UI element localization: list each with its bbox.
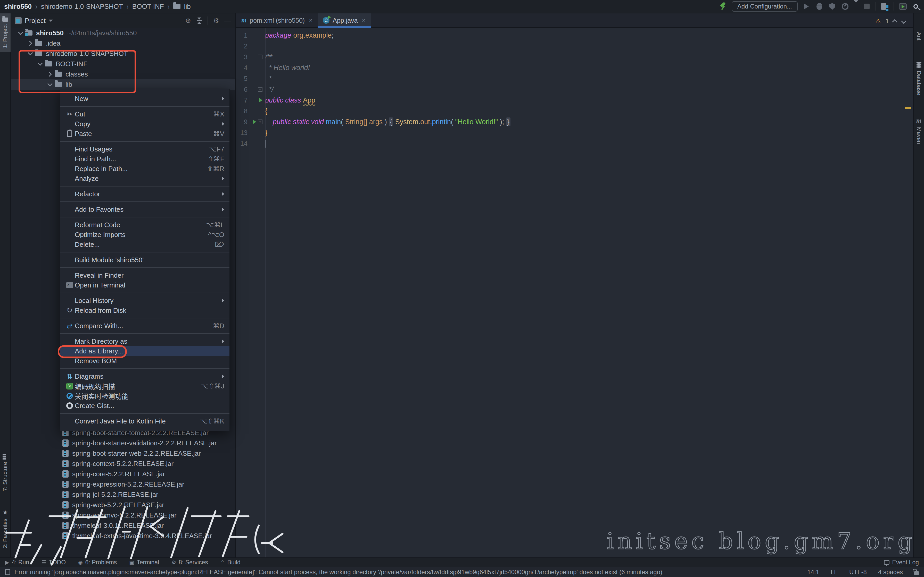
- locate-icon[interactable]: ⊕: [185, 17, 191, 25]
- menu-item-cut[interactable]: Cut⌘X: [60, 109, 229, 119]
- tool-window-button-favorites[interactable]: ★2: Favorites: [0, 504, 11, 552]
- close-icon[interactable]: ×: [309, 17, 312, 24]
- collapse-all-icon[interactable]: [196, 18, 202, 24]
- run-icon[interactable]: [802, 2, 811, 11]
- menu-item-copy[interactable]: Copy: [60, 119, 229, 129]
- menu-item-find-in-path[interactable]: Find in Path...⇧⌘F: [60, 154, 229, 164]
- caret-position[interactable]: 14:1: [807, 569, 819, 576]
- menu-item-reformat-code[interactable]: Reformat Code⌥⌘L: [60, 220, 229, 230]
- code-line[interactable]: 8{: [236, 106, 913, 116]
- menu-item-delete[interactable]: Delete...⌦: [60, 240, 229, 249]
- readonly-lock-icon[interactable]: [914, 571, 919, 575]
- tree-row[interactable]: shirodemo-1.0-SNAPSHOT: [11, 48, 235, 59]
- menu-item-compare-with[interactable]: Compare With...⌘D: [60, 321, 229, 331]
- menu-item-remove-bom[interactable]: Remove BOM: [60, 356, 229, 366]
- code-line[interactable]: 2: [236, 41, 913, 52]
- menu-item-new[interactable]: New: [60, 94, 229, 103]
- tree-row-jar[interactable]: spring-boot-starter-web-2.2.2.RELEASE.ja…: [11, 448, 235, 459]
- chevron-right-icon[interactable]: [47, 72, 52, 77]
- tool-window-button-4-run[interactable]: ▶4: Run: [5, 559, 29, 566]
- tool-window-button-project[interactable]: 1: Project: [0, 13, 11, 52]
- file-encoding[interactable]: UTF-8: [849, 569, 867, 576]
- tree-row-jar[interactable]: spring-jcl-5.2.2.RELEASE.jar: [11, 489, 235, 500]
- tree-row-jar[interactable]: spring-expression-5.2.2.RELEASE.jar: [11, 479, 235, 489]
- run-icon[interactable]: [259, 98, 262, 103]
- tree-row-jar[interactable]: spring-core-5.2.2.RELEASE.jar: [11, 469, 235, 479]
- menu-item-optimize-imports[interactable]: Optimize Imports^⌥O: [60, 230, 229, 240]
- breadcrumb-item[interactable]: shiro550: [4, 3, 32, 11]
- line-ending[interactable]: LF: [831, 569, 838, 576]
- menu-item-replace-in-path[interactable]: Replace in Path...⇧⌘R: [60, 164, 229, 174]
- code-line[interactable]: 14: [236, 138, 913, 149]
- tree-row[interactable]: lib: [11, 79, 235, 90]
- hide-icon[interactable]: —: [224, 17, 231, 25]
- coverage-icon[interactable]: [828, 2, 836, 11]
- menu-item-reveal-in-finder[interactable]: Reveal in Finder: [60, 271, 229, 280]
- menu-item-add-as-library[interactable]: Add as Library...: [60, 346, 229, 356]
- chevron-down-icon[interactable]: [38, 61, 43, 66]
- profiler-dropdown-icon[interactable]: [854, 3, 858, 11]
- indent-setting[interactable]: 4 spaces: [878, 569, 903, 576]
- menu-item-analyze[interactable]: Analyze: [60, 174, 229, 184]
- close-icon[interactable]: ×: [362, 17, 365, 24]
- run-icon[interactable]: [253, 119, 256, 124]
- tree-row[interactable]: BOOT-INF: [11, 59, 235, 69]
- chevron-down-icon[interactable]: [47, 81, 53, 86]
- tool-window-button-maven[interactable]: mMaven: [913, 113, 924, 148]
- tree-row-jar[interactable]: spring-webmvc-5.2.2.RELEASE.jar: [11, 510, 235, 521]
- settings-icon[interactable]: ⚙: [213, 17, 219, 25]
- code-line[interactable]: 4 * Hello world!: [236, 62, 913, 73]
- build-hammer-icon[interactable]: [719, 2, 727, 11]
- code-line[interactable]: 7public class App: [236, 95, 913, 106]
- code-line[interactable]: 6− */: [236, 84, 913, 95]
- search-everywhere-icon[interactable]: [912, 2, 920, 11]
- tree-row-jar[interactable]: spring-web-5.2.2.RELEASE.jar: [11, 500, 235, 510]
- tool-window-button-todo[interactable]: ☰TODO: [42, 559, 66, 566]
- breadcrumb-item[interactable]: shirodemo-1.0-SNAPSHOT: [41, 3, 123, 11]
- inspection-widget[interactable]: ⚠ 1: [875, 18, 905, 25]
- chevron-right-icon[interactable]: [27, 41, 32, 46]
- code-area[interactable]: 1package org.example;23−/**4 * Hello wor…: [236, 28, 913, 149]
- prev-warning-icon[interactable]: [892, 19, 897, 24]
- tool-window-button-8-services[interactable]: ⚙8: Services: [171, 559, 208, 566]
- code-line[interactable]: 13}: [236, 127, 913, 138]
- tab-pom-xml-shiro550-[interactable]: mpom.xml (shiro550)×: [236, 13, 318, 27]
- tree-row[interactable]: shiro550~/d4m1ts/java/shiro550: [11, 28, 235, 38]
- project-panel-title[interactable]: Project: [25, 17, 46, 25]
- profiler-icon[interactable]: [841, 2, 849, 11]
- debug-icon[interactable]: [815, 2, 824, 11]
- menu-item-find-usages[interactable]: Find Usages⌥F7: [60, 144, 229, 154]
- project-structure-icon[interactable]: [881, 2, 889, 11]
- code-line[interactable]: 3−/**: [236, 52, 913, 62]
- menu-item-create-gist[interactable]: Create Gist...: [60, 401, 229, 411]
- tool-window-button-6-problems[interactable]: ◉6: Problems: [78, 559, 117, 566]
- tree-row-jar[interactable]: spring-boot-starter-validation-2.2.2.REL…: [11, 438, 235, 448]
- tool-window-button-structure[interactable]: 7: Structure: [0, 450, 11, 495]
- breadcrumb-item[interactable]: BOOT-INF: [132, 3, 164, 11]
- code-line[interactable]: 5 *: [236, 73, 913, 84]
- chevron-down-icon[interactable]: [49, 19, 53, 22]
- menu-item-refactor[interactable]: Refactor: [60, 189, 229, 199]
- menu-item-编码规约扫描[interactable]: 编码规约扫描⌥⇧⌘J: [60, 381, 229, 391]
- fold-icon[interactable]: −: [258, 87, 262, 92]
- fold-icon[interactable]: −: [258, 55, 262, 59]
- status-message[interactable]: Error running '[org.apache.maven.plugins…: [15, 569, 662, 576]
- fold-icon[interactable]: +: [258, 119, 262, 124]
- code-line[interactable]: 9+ public static void main( String[] arg…: [236, 116, 913, 127]
- add-configuration-button[interactable]: Add Configuration...: [732, 1, 798, 11]
- menu-item-paste[interactable]: Paste⌘V: [60, 129, 229, 139]
- window-icon[interactable]: [5, 569, 10, 575]
- tree-row-jar[interactable]: thymeleaf-extras-java8time-3.0.4.RELEASE…: [11, 530, 235, 541]
- tree-row[interactable]: classes: [11, 69, 235, 79]
- menu-item-build-module-shiro550[interactable]: Build Module 'shiro550': [60, 255, 229, 265]
- menu-item-open-in-terminal[interactable]: Open in Terminal: [60, 280, 229, 290]
- next-warning-icon[interactable]: [901, 19, 906, 24]
- menu-item-local-history[interactable]: Local History: [60, 296, 229, 306]
- menu-item-mark-directory-as[interactable]: Mark Directory as: [60, 337, 229, 346]
- tree-row[interactable]: .idea: [11, 38, 235, 48]
- chevron-down-icon[interactable]: [28, 50, 33, 55]
- run-anything-icon[interactable]: [899, 2, 907, 11]
- tool-window-button-terminal[interactable]: ▣Terminal: [129, 559, 159, 566]
- menu-item-convert-java-file-to-kotlin-file[interactable]: Convert Java File to Kotlin File⌥⇧⌘K: [60, 416, 229, 426]
- tool-window-button-database[interactable]: Database: [913, 58, 924, 99]
